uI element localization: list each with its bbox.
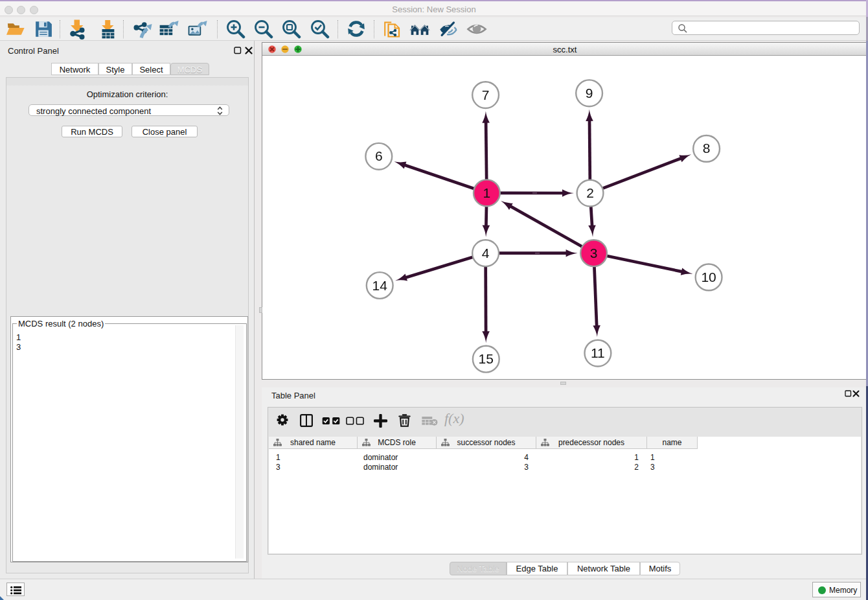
svg-text:1: 1: [483, 185, 491, 200]
svg-text:10: 10: [701, 270, 716, 284]
svg-text:6: 6: [375, 148, 383, 163]
svg-text:2: 2: [586, 185, 594, 200]
svg-text:8: 8: [703, 141, 711, 156]
svg-text:14: 14: [372, 278, 388, 293]
svg-text:3: 3: [590, 246, 598, 260]
svg-text:15: 15: [479, 351, 494, 366]
svg-text:4: 4: [482, 246, 490, 260]
svg-text:7: 7: [482, 87, 490, 102]
svg-text:9: 9: [586, 86, 593, 100]
svg-text:11: 11: [591, 345, 605, 360]
